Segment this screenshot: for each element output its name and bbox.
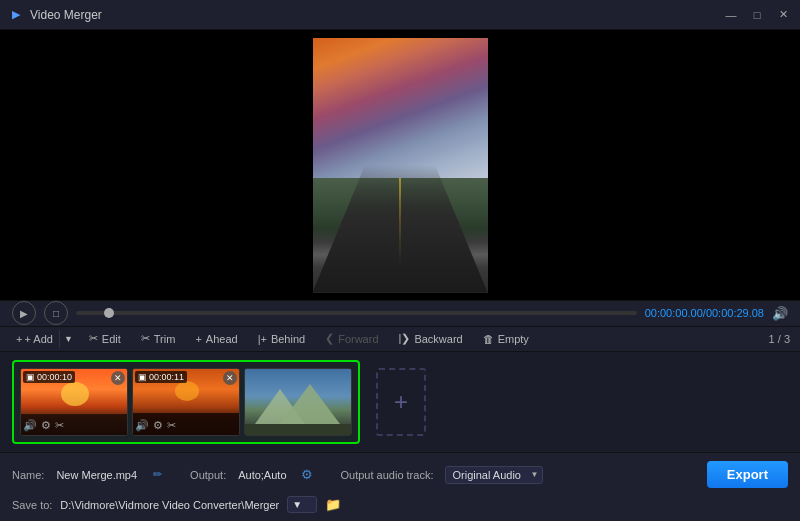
clip-2-cut-icon[interactable]: ✂ [167, 419, 176, 432]
clip-2[interactable]: ▣ 00:00:11 ✕ 🔊 ⚙ ✂ [132, 368, 240, 436]
clip-1-cut-icon[interactable]: ✂ [55, 419, 64, 432]
add-button[interactable]: + + Add [10, 329, 59, 349]
add-dropdown: + + Add ▼ [10, 329, 77, 349]
path-dropdown[interactable]: ▼ [287, 496, 317, 513]
forward-icon: ❮ [325, 332, 334, 345]
clip-3[interactable] [244, 368, 352, 436]
controls-bar: ▶ □ 00:00:00.00/00:00:29.08 🔊 [0, 300, 800, 327]
bottom-bar: Name: New Merge.mp4 ✏ Output: Auto;Auto … [0, 452, 800, 521]
play-icon: ▶ [20, 308, 28, 319]
film-icon-2: ▣ [138, 372, 147, 382]
video-preview [313, 38, 488, 293]
timeline-area: ▣ 00:00:10 ✕ 🔊 ⚙ ✂ [0, 352, 800, 452]
edit-label: Edit [102, 333, 121, 345]
save-to-label: Save to: [12, 499, 52, 511]
progress-handle[interactable] [104, 308, 114, 318]
output-label: Output: [190, 469, 226, 481]
clip-2-time-badge: ▣ 00:00:11 [135, 371, 187, 383]
name-value: New Merge.mp4 [56, 469, 137, 481]
svg-point-1 [61, 382, 89, 406]
window-controls: — □ ✕ [722, 6, 792, 24]
trim-button[interactable]: ✂ Trim [133, 328, 184, 349]
clip-1-settings-icon[interactable]: ⚙ [41, 419, 51, 432]
clip-2-settings-icon[interactable]: ⚙ [153, 419, 163, 432]
page-count: 1 / 3 [769, 333, 790, 345]
ahead-button[interactable]: + Ahead [187, 329, 245, 349]
ahead-icon: + [195, 333, 201, 345]
volume-button[interactable]: 🔊 [772, 306, 788, 321]
clip-2-actions: 🔊 ⚙ ✂ [135, 419, 176, 432]
toolbar: + + Add ▼ ✂ Edit ✂ Trim + Ahead |+ Behin… [0, 327, 800, 352]
ahead-label: Ahead [206, 333, 238, 345]
audio-track-select[interactable]: Original Audio No Audio Track 1 [445, 466, 543, 484]
preview-area [0, 30, 800, 300]
clip-1-close[interactable]: ✕ [111, 371, 125, 385]
plus-icon: + [16, 333, 22, 345]
app-icon: ▶ [8, 7, 24, 23]
name-edit-icon[interactable]: ✏ [153, 468, 162, 481]
svg-point-4 [175, 381, 199, 401]
backward-icon: |❯ [399, 332, 411, 345]
scissors-icon: ✂ [89, 332, 98, 345]
progress-bar[interactable] [76, 311, 637, 315]
film-icon-1: ▣ [26, 372, 35, 382]
clip-1-time-badge: ▣ 00:00:10 [23, 371, 75, 383]
current-time: 00:00:00.00 [645, 307, 703, 319]
save-path: D:\Vidmore\Vidmore Video Converter\Merge… [60, 499, 279, 511]
clip-1[interactable]: ▣ 00:00:10 ✕ 🔊 ⚙ ✂ [20, 368, 128, 436]
clip-2-close[interactable]: ✕ [223, 371, 237, 385]
clip-3-svg [245, 369, 351, 435]
behind-button[interactable]: |+ Behind [250, 329, 314, 349]
empty-button[interactable]: 🗑 Empty [475, 329, 537, 349]
forward-button[interactable]: ❮ Forward [317, 328, 386, 349]
export-button[interactable]: Export [707, 461, 788, 488]
road-scene [313, 38, 488, 293]
save-row: Save to: D:\Vidmore\Vidmore Video Conver… [12, 496, 788, 513]
clip-3-thumb [245, 369, 351, 435]
clip-1-audio-icon[interactable]: 🔊 [23, 419, 37, 432]
audio-track-label: Output audio track: [341, 469, 434, 481]
maximize-button[interactable]: □ [748, 6, 766, 24]
behind-icon: |+ [258, 333, 267, 345]
audio-select-wrapper: Original Audio No Audio Track 1 ▼ [445, 466, 543, 484]
add-clip-button[interactable]: + [376, 368, 426, 436]
sky-overlay [313, 38, 488, 178]
clip-2-time: 00:00:11 [149, 372, 184, 382]
add-label: + Add [24, 333, 52, 345]
stop-button[interactable]: □ [44, 301, 68, 325]
play-button[interactable]: ▶ [12, 301, 36, 325]
edit-button[interactable]: ✂ Edit [81, 328, 129, 349]
output-value: Auto;Auto [238, 469, 286, 481]
minimize-button[interactable]: — [722, 6, 740, 24]
trim-icon: ✂ [141, 332, 150, 345]
name-label: Name: [12, 469, 44, 481]
add-arrow-button[interactable]: ▼ [59, 330, 77, 348]
total-time: 00:00:29.08 [706, 307, 764, 319]
behind-label: Behind [271, 333, 305, 345]
clip-2-audio-icon[interactable]: 🔊 [135, 419, 149, 432]
title-bar: ▶ Video Merger — □ ✕ [0, 0, 800, 30]
forward-label: Forward [338, 333, 378, 345]
main-container: ▶ □ 00:00:00.00/00:00:29.08 🔊 + + Add ▼ … [0, 30, 800, 521]
backward-button[interactable]: |❯ Backward [391, 328, 471, 349]
close-button[interactable]: ✕ [774, 6, 792, 24]
bottom-row-1: Name: New Merge.mp4 ✏ Output: Auto;Auto … [12, 461, 788, 488]
clip-1-actions: 🔊 ⚙ ✂ [23, 419, 64, 432]
folder-icon[interactable]: 📁 [325, 497, 341, 512]
backward-label: Backward [414, 333, 462, 345]
clips-container: ▣ 00:00:10 ✕ 🔊 ⚙ ✂ [12, 360, 360, 444]
time-display: 00:00:00.00/00:00:29.08 [645, 307, 764, 319]
stop-icon: □ [53, 308, 59, 319]
app-title: Video Merger [30, 8, 722, 22]
output-settings-icon[interactable]: ⚙ [301, 467, 313, 482]
clip-1-time: 00:00:10 [37, 372, 72, 382]
svg-rect-9 [245, 424, 351, 435]
empty-label: Empty [498, 333, 529, 345]
trim-label: Trim [154, 333, 176, 345]
trash-icon: 🗑 [483, 333, 494, 345]
